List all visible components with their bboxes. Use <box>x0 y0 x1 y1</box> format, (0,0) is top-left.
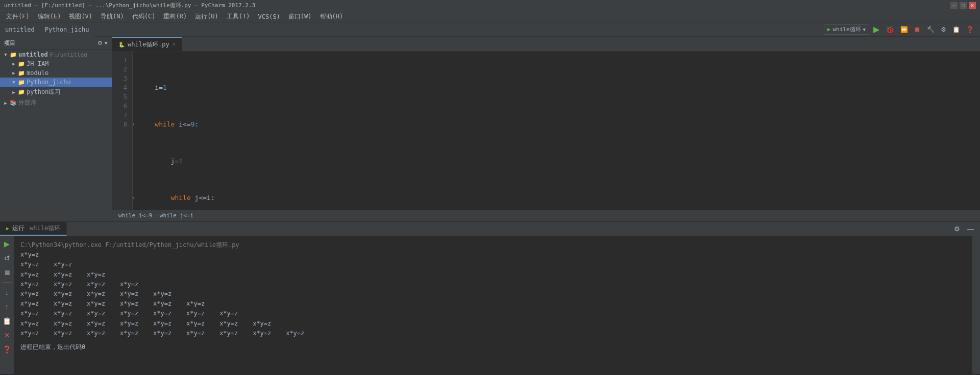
output-line-1: x*y=z <box>20 250 966 260</box>
line-num-5: 5 <box>112 92 130 102</box>
minimize-button[interactable]: ─ <box>950 2 958 9</box>
output-line-6: x*y=z x*y=z x*y=z x*y=z x*y=z x*y=z <box>20 299 966 309</box>
menu-item-c[interactable]: 代码(C) <box>128 11 160 22</box>
titlebar: untitled – [F:/untitled] – ...\Python_ji… <box>0 0 980 11</box>
sidebar-title: 项目 <box>4 39 15 47</box>
console-run-button[interactable]: ▶ <box>2 238 13 249</box>
editor-tab-while-loop[interactable]: 🐍 while循环.py ✕ <box>112 37 182 51</box>
tree-arrow-icon: ▶ <box>2 101 9 106</box>
menu-item-u[interactable]: 运行(U) <box>191 11 223 22</box>
restore-button[interactable]: □ <box>960 2 967 9</box>
bottom-tab-run[interactable]: ▶ 运行 while循环 <box>0 222 67 236</box>
console-help-button[interactable]: ❓ <box>2 344 13 355</box>
tree-arrow-icon: ▼ <box>10 80 17 85</box>
menu-item-v[interactable]: 视图(V) <box>65 11 96 22</box>
menu-item-w[interactable]: 窗口(W) <box>284 11 316 22</box>
run-tab-icon: ▶ <box>6 226 9 231</box>
output-line-7: x*y=z x*y=z x*y=z x*y=z x*y=z x*y=z x*y=… <box>20 309 966 318</box>
menu-item-r[interactable]: 重构(R) <box>159 11 191 22</box>
bottom-tabbar: ▶ 运行 while循环 ⚙ — <box>0 222 980 236</box>
tree-item-jh-iam[interactable]: ▶ 📁 JH-IAM <box>0 59 112 68</box>
editor-area: 🐍 while循环.py ✕ 1 2 3 4 5 6 7 8 i=1 <box>112 37 980 221</box>
code-token: while <box>171 194 191 202</box>
settings-button[interactable]: ⚙ <box>939 26 948 33</box>
bottom-settings-button[interactable]: ⚙ <box>952 224 962 234</box>
tree-item-python-practice[interactable]: ▶ 📁 python练习 <box>0 87 112 97</box>
console-copy-button[interactable]: 📋 <box>2 315 13 327</box>
bottom-minimize-button[interactable]: — <box>965 224 976 234</box>
output-line-4: x*y=z x*y=z x*y=z x*y=z <box>20 280 966 289</box>
file-tree: ▼ 📁 untitled F:/untitled ▶ 📁 JH-IAM ▶ 📁 … <box>0 50 112 221</box>
editor-tab-close[interactable]: ✕ <box>173 42 176 47</box>
build-button[interactable]: 🔨 <box>925 26 937 33</box>
window-title: untitled – [F:/untitled] – ...\Python_ji… <box>4 2 255 9</box>
extra-button[interactable]: 📋 <box>950 26 962 33</box>
tree-label-external-libs: 外部库 <box>18 98 37 107</box>
tree-item-python-jichu[interactable]: ▼ 📁 Python_jichu <box>0 78 112 87</box>
run-with-coverage-button[interactable]: ⏩ <box>898 26 910 33</box>
output-line-8: x*y=z x*y=z x*y=z x*y=z x*y=z x*y=z x*y=… <box>20 319 966 329</box>
project-tab-untitled[interactable]: untitled <box>0 22 40 37</box>
sidebar-header-icons: ⚙ ▾ <box>97 40 108 46</box>
code-line-1: i=1 <box>139 83 974 92</box>
console-area: ▶ ↺ ⏹ ↓ ↑ 📋 ✕ ❓ C:\Python34\python.exe F… <box>0 236 980 374</box>
tree-label-untitled: untitled <box>18 51 48 58</box>
breadcrumb-separator: › <box>154 212 158 219</box>
console-stop-button[interactable]: ⏹ <box>2 267 13 278</box>
tree-arrow-icon: ▶ <box>10 90 17 95</box>
menu-item-h[interactable]: 帮助(H) <box>316 11 348 22</box>
code-line-2: ▼ while i<=9: <box>139 120 974 129</box>
tree-label-jh-iam: JH-IAM <box>27 60 48 67</box>
breadcrumb-item-2[interactable]: while j<=i <box>160 212 193 219</box>
help-button[interactable]: ❓ <box>964 26 976 33</box>
console-close-button[interactable]: ✕ <box>2 330 13 341</box>
console-scroll-up-button[interactable]: ↑ <box>2 301 13 312</box>
menu-item-e[interactable]: 编辑(E) <box>34 11 65 22</box>
run-config-icon: ▶ <box>827 26 831 33</box>
main-content: 项目 ⚙ ▾ ▼ 📁 untitled F:/untitled ▶ 📁 JH-I… <box>0 37 980 221</box>
tree-arrow-icon: ▶ <box>10 61 17 66</box>
code-token: 1 <box>163 84 167 91</box>
sidebar-settings-button[interactable]: ⚙ <box>97 40 103 46</box>
sidebar-expand-button[interactable]: ▾ <box>105 40 108 46</box>
console-scroll-down-button[interactable]: ↓ <box>2 287 13 298</box>
folder-icon: 📁 <box>9 52 17 58</box>
console-output[interactable]: C:\Python34\python.exe F:/untitled/Pytho… <box>14 236 972 374</box>
fold-icon[interactable]: ▼ <box>133 193 134 203</box>
menu-item-t[interactable]: 工具(T) <box>223 11 254 22</box>
project-tab-label2: Python_jichu <box>45 26 89 33</box>
run-config-selector[interactable]: ▶ while循环 ▼ <box>824 24 869 35</box>
folder-icon: 📁 <box>17 89 26 95</box>
code-token: 9 <box>191 120 195 128</box>
breadcrumb-item-1[interactable]: while i<=9 <box>118 212 152 219</box>
line-num-6: 6 <box>112 102 130 111</box>
console-exit-message: 进程已结束，退出代码0 <box>20 342 966 352</box>
tree-item-external-libs[interactable]: ▶ 📚 外部库 <box>0 97 112 108</box>
menu-item-vcss[interactable]: VCS(S) <box>254 12 284 21</box>
close-button[interactable]: ✕ <box>969 2 976 9</box>
run-button[interactable]: ▶ <box>871 24 881 34</box>
tree-item-untitled[interactable]: ▼ 📁 untitled F:/untitled <box>0 50 112 59</box>
console-right-sidebar <box>972 236 980 374</box>
console-rerun-button[interactable]: ↺ <box>2 253 13 264</box>
bottom-tabs-right: ⚙ — <box>948 224 980 234</box>
code-token: 1 <box>179 157 183 165</box>
tree-arrow-icon: ▶ <box>10 70 17 76</box>
output-line-3: x*y=z x*y=z x*y=z <box>20 270 966 280</box>
tree-label-python-jichu: Python_jichu <box>27 79 71 86</box>
fold-icon[interactable]: ▼ <box>133 120 134 129</box>
debug-button[interactable]: 🐞 <box>884 26 896 34</box>
project-tab-python-jichu[interactable]: Python_jichu <box>40 22 94 37</box>
run-tab-config-name: while循环 <box>30 224 60 233</box>
tree-arrow-icon: ▼ <box>2 52 9 57</box>
code-editor[interactable]: i=1 ▼ while i<=9: j=1 ▼ while j<=i: <box>133 52 980 210</box>
folder-icon: 📁 <box>17 70 26 77</box>
bottom-panel: ▶ 运行 while循环 ⚙ — ▶ ↺ ⏹ ↓ ↑ 📋 ✕ ❓ C:\Pyth… <box>0 221 980 374</box>
tree-item-module[interactable]: ▶ 📁 module <box>0 68 112 78</box>
menu-item-f[interactable]: 文件(F) <box>2 11 34 22</box>
menu-item-n[interactable]: 导航(N) <box>96 11 128 22</box>
line-num-1: 1 <box>112 56 130 65</box>
console-spacer <box>20 338 966 342</box>
breadcrumb: while i<=9 › while j<=i <box>112 210 980 221</box>
stop-button[interactable]: ⏹ <box>912 26 923 33</box>
